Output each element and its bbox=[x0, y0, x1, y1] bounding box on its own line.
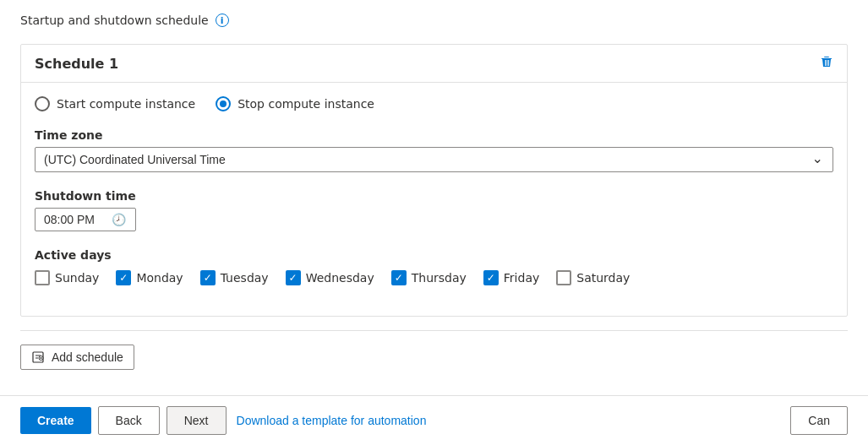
shutdown-time-group: Shutdown time 🕗 bbox=[35, 189, 833, 231]
info-icon[interactable]: i bbox=[216, 14, 229, 27]
add-schedule-button[interactable]: Add schedule bbox=[20, 345, 134, 370]
days-row: Sunday Monday Tuesday Wednesday bbox=[35, 270, 833, 285]
radio-stop[interactable]: Stop compute instance bbox=[216, 96, 374, 111]
page-header: Startup and shutdown schedule i bbox=[20, 14, 848, 27]
day-wednesday-label: Wednesday bbox=[306, 271, 374, 285]
radio-group: Start compute instance Stop compute inst… bbox=[35, 96, 833, 111]
checkbox-saturday bbox=[556, 270, 571, 285]
day-thursday[interactable]: Thursday bbox=[391, 270, 467, 285]
day-sunday-label: Sunday bbox=[55, 271, 99, 285]
day-tuesday-label: Tuesday bbox=[221, 271, 269, 285]
day-sunday[interactable]: Sunday bbox=[35, 270, 99, 285]
clock-icon[interactable]: 🕗 bbox=[112, 213, 126, 226]
checkbox-monday bbox=[116, 270, 131, 285]
day-wednesday[interactable]: Wednesday bbox=[286, 270, 374, 285]
schedule-card-body: Start compute instance Stop compute inst… bbox=[21, 83, 847, 316]
schedule-card-header: Schedule 1 bbox=[21, 45, 847, 83]
timezone-label: Time zone bbox=[35, 128, 833, 142]
checkbox-friday bbox=[483, 270, 499, 285]
day-friday[interactable]: Friday bbox=[483, 270, 539, 285]
page-title: Startup and shutdown schedule bbox=[20, 14, 209, 27]
day-monday[interactable]: Monday bbox=[116, 270, 183, 285]
day-thursday-label: Thursday bbox=[412, 271, 467, 285]
add-schedule-icon bbox=[31, 350, 45, 364]
footer-bar: Create Back Next Download a template for… bbox=[0, 395, 868, 445]
radio-start-indicator bbox=[35, 96, 50, 111]
schedule-title: Schedule 1 bbox=[35, 56, 118, 72]
day-friday-label: Friday bbox=[504, 271, 539, 285]
day-saturday-label: Saturday bbox=[576, 271, 630, 285]
checkbox-tuesday bbox=[200, 270, 216, 285]
shutdown-time-label: Shutdown time bbox=[35, 189, 833, 203]
add-schedule-label: Add schedule bbox=[52, 350, 123, 364]
checkbox-thursday bbox=[391, 270, 407, 285]
next-button[interactable]: Next bbox=[167, 406, 227, 435]
radio-start[interactable]: Start compute instance bbox=[35, 96, 195, 111]
divider bbox=[20, 330, 848, 331]
day-saturday[interactable]: Saturday bbox=[556, 270, 630, 285]
delete-icon[interactable] bbox=[820, 55, 833, 72]
timezone-select[interactable]: (UTC) Coordinated Universal Time bbox=[35, 147, 833, 172]
active-days-label: Active days bbox=[35, 248, 833, 262]
radio-stop-label: Stop compute instance bbox=[237, 97, 374, 111]
download-template-button[interactable]: Download a template for automation bbox=[233, 407, 430, 434]
schedule-card: Schedule 1 Start compute instance Stop c… bbox=[20, 44, 848, 317]
back-button[interactable]: Back bbox=[98, 406, 160, 435]
timezone-group: Time zone (UTC) Coordinated Universal Ti… bbox=[35, 128, 833, 172]
cancel-button[interactable]: Can bbox=[790, 406, 848, 435]
day-tuesday[interactable]: Tuesday bbox=[200, 270, 269, 285]
create-button[interactable]: Create bbox=[20, 407, 91, 434]
day-monday-label: Monday bbox=[136, 271, 183, 285]
checkbox-sunday bbox=[35, 270, 50, 285]
shutdown-time-input[interactable] bbox=[44, 213, 112, 226]
radio-stop-indicator bbox=[216, 96, 231, 111]
radio-start-label: Start compute instance bbox=[57, 97, 195, 111]
checkbox-wednesday bbox=[286, 270, 301, 285]
active-days-group: Active days Sunday Monday Tuesday bbox=[35, 248, 833, 285]
timezone-dropdown-wrapper: (UTC) Coordinated Universal Time bbox=[35, 147, 833, 172]
shutdown-time-input-wrapper: 🕗 bbox=[35, 208, 136, 231]
